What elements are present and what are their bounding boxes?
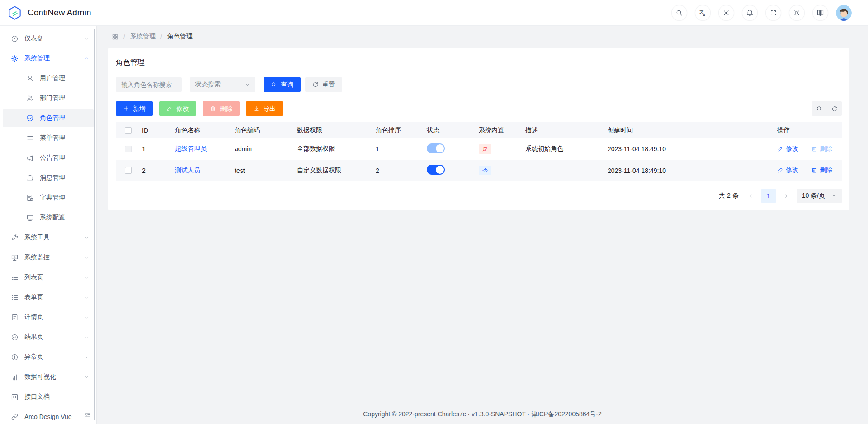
role-management-card: 角色管理 状态搜索 查询 重置 — [108, 48, 849, 210]
chevron-up-icon — [84, 56, 89, 61]
query-button[interactable]: 查询 — [264, 77, 301, 92]
sidebar: 仪表盘 系统管理 用户管理 部门管理 角色管理 — [0, 26, 97, 424]
breadcrumb-separator: / — [123, 33, 125, 40]
add-button[interactable]: 新增 — [116, 101, 153, 116]
breadcrumb-separator: / — [160, 33, 162, 40]
role-name-link[interactable]: 超级管理员 — [175, 145, 207, 152]
select-all-checkbox[interactable] — [125, 127, 132, 134]
pagination-next-button[interactable] — [779, 189, 793, 203]
status-toggle[interactable] — [427, 165, 445, 175]
sidebar-item-role-management[interactable]: 角色管理 — [3, 109, 94, 127]
status-search-select[interactable]: 状态搜索 — [190, 77, 255, 92]
builtin-badge: 是 — [479, 144, 491, 154]
sidebar-item-api-docs[interactable]: 接口文档 — [3, 388, 94, 406]
download-icon — [253, 105, 259, 112]
sidebar-item-menu-management[interactable]: 菜单管理 — [3, 129, 94, 147]
sidebar-item-system-tools[interactable]: 系统工具 — [3, 229, 94, 247]
docs-button[interactable] — [812, 5, 828, 21]
table-refresh-button[interactable] — [827, 101, 842, 116]
sidebar-item-detail-pages[interactable]: 详情页 — [3, 308, 94, 326]
chevron-down-icon — [84, 315, 89, 320]
sidebar-item-user-management[interactable]: 用户管理 — [3, 69, 94, 87]
pencil-icon — [777, 146, 783, 152]
sidebar-item-arco-design-vue[interactable]: Arco Design Vue — [3, 408, 94, 424]
sun-icon — [722, 9, 730, 17]
sidebar-item-data-visualization[interactable]: 数据可视化 — [3, 368, 94, 386]
sidebar-item-announcement-management[interactable]: 公告管理 — [3, 149, 94, 167]
sidebar-item-exception-pages[interactable]: 异常页 — [3, 348, 94, 366]
bell-icon — [26, 174, 34, 182]
sidebar-item-result-pages[interactable]: 结果页 — [3, 328, 94, 346]
page-size-select[interactable]: 10 条/页 — [797, 189, 842, 203]
role-name-link[interactable]: 测试人员 — [175, 167, 200, 174]
users-icon — [26, 95, 34, 102]
breadcrumb-item-system[interactable]: 系统管理 — [130, 33, 156, 41]
notifications-button[interactable] — [742, 5, 758, 21]
sidebar-item-message-management[interactable]: 消息管理 — [3, 169, 94, 187]
row-delete-link[interactable]: 删除 — [811, 166, 832, 174]
apps-grid-icon[interactable] — [112, 33, 118, 40]
search-icon — [675, 9, 683, 17]
sidebar-scrollbar[interactable] — [94, 29, 95, 420]
list-icon — [11, 274, 19, 281]
sidebar-item-system-management[interactable]: 系统管理 — [3, 49, 94, 67]
role-name-search-input[interactable] — [116, 77, 182, 92]
cell-role-code: test — [227, 160, 290, 181]
search-button[interactable] — [671, 5, 687, 21]
chevron-down-icon — [831, 193, 836, 198]
megaphone-icon — [26, 154, 34, 162]
monitor-pulse-icon — [11, 254, 19, 262]
sidebar-item-department-management[interactable]: 部门管理 — [3, 89, 94, 107]
avatar[interactable] — [836, 5, 852, 21]
menu-fold-icon — [85, 411, 91, 418]
desktop-icon — [26, 214, 34, 222]
pagination-prev-button[interactable] — [744, 189, 758, 203]
reset-button[interactable]: 重置 — [305, 77, 342, 92]
column-header-role-code: 角色编码 — [227, 122, 290, 138]
trash-icon — [811, 146, 817, 152]
svg-text:A: A — [703, 13, 706, 16]
table-row: 2 测试人员 test 自定义数据权限 2 否 2023-11-04 18:49… — [116, 160, 842, 181]
sidebar-item-dictionary-management[interactable]: 字典管理 — [3, 189, 94, 207]
avatar-image — [836, 5, 852, 21]
pagination-page-1[interactable]: 1 — [761, 189, 776, 203]
fullscreen-icon — [769, 9, 777, 17]
footer-copyright: Copyright © 2022-present Charles7c · v1.… — [97, 410, 868, 424]
export-button[interactable]: 导出 — [246, 101, 283, 116]
status-toggle[interactable] — [427, 143, 445, 153]
sidebar-item-dashboard[interactable]: 仪表盘 — [3, 29, 94, 48]
settings-button[interactable] — [789, 5, 805, 21]
breadcrumb: / 系统管理 / 角色管理 — [97, 26, 868, 47]
cell-role-code: admin — [227, 138, 290, 160]
sidebar-item-system-config[interactable]: 系统配置 — [3, 209, 94, 227]
column-header-operations: 操作 — [770, 122, 842, 138]
pencil-icon — [166, 105, 173, 112]
header-actions: 文A — [671, 5, 852, 21]
delete-button[interactable]: 删除 — [203, 101, 240, 116]
refresh-icon — [831, 105, 838, 112]
sidebar-collapse-button[interactable] — [83, 410, 93, 419]
table-search-toggle-button[interactable] — [812, 101, 827, 116]
chevron-down-icon — [84, 375, 89, 380]
language-button[interactable]: 文A — [695, 5, 711, 21]
breadcrumb-item-role: 角色管理 — [167, 33, 193, 41]
fullscreen-button[interactable] — [765, 5, 781, 21]
chevron-right-icon — [783, 193, 789, 199]
row-edit-link[interactable]: 修改 — [777, 145, 798, 153]
sidebar-item-form-pages[interactable]: 表单页 — [3, 288, 94, 306]
theme-toggle-button[interactable] — [718, 5, 734, 21]
chevron-down-icon — [84, 275, 89, 280]
row-checkbox[interactable] — [125, 146, 132, 152]
edit-button[interactable]: 修改 — [159, 101, 196, 116]
filter-row: 状态搜索 查询 重置 — [116, 77, 842, 92]
chevron-down-icon — [84, 255, 89, 260]
book-icon — [816, 9, 824, 17]
wrench-icon — [11, 234, 19, 242]
row-delete-link[interactable]: 删除 — [811, 145, 832, 153]
row-edit-link[interactable]: 修改 — [777, 166, 798, 174]
column-header-description: 描述 — [518, 122, 600, 138]
row-checkbox[interactable] — [125, 167, 132, 174]
code-square-icon — [11, 393, 19, 401]
sidebar-item-list-pages[interactable]: 列表页 — [3, 268, 94, 286]
sidebar-item-system-monitor[interactable]: 系统监控 — [3, 248, 94, 267]
